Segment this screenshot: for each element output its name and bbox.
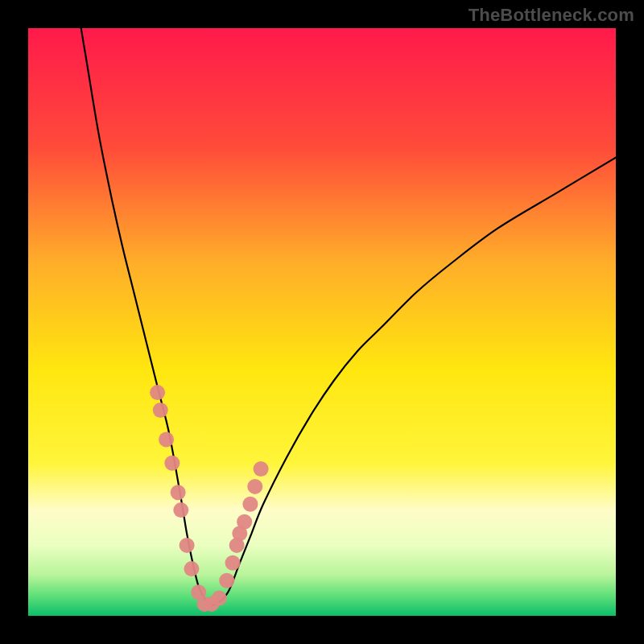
marker-point bbox=[153, 402, 168, 418]
marker-point bbox=[184, 561, 199, 576]
bottleneck-chart bbox=[28, 28, 616, 616]
marker-point bbox=[254, 461, 269, 477]
marker-point bbox=[159, 432, 174, 448]
chart-background bbox=[28, 28, 616, 616]
marker-point bbox=[150, 385, 165, 400]
marker-point bbox=[164, 456, 180, 471]
watermark-text: TheBottleneck.com bbox=[469, 5, 634, 26]
marker-point bbox=[219, 573, 234, 588]
marker-point bbox=[180, 538, 195, 553]
marker-point bbox=[171, 485, 186, 500]
marker-point bbox=[247, 479, 262, 494]
marker-point bbox=[173, 502, 188, 518]
marker-point bbox=[225, 555, 241, 571]
marker-point bbox=[212, 591, 227, 606]
plot-area bbox=[28, 28, 616, 616]
marker-point bbox=[237, 514, 252, 530]
chart-frame: TheBottleneck.com bbox=[0, 0, 644, 644]
marker-point bbox=[242, 497, 258, 512]
